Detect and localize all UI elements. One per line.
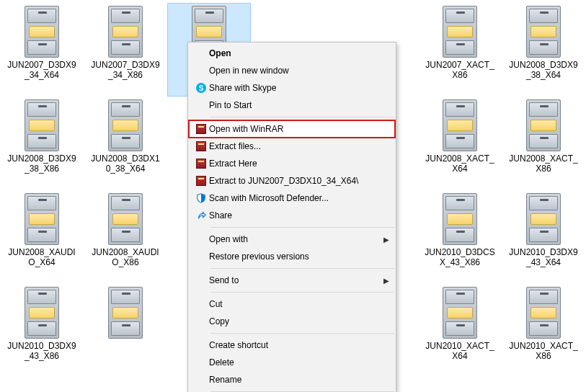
cabinet-icon — [22, 287, 62, 339]
menu-label: Send to — [209, 275, 383, 285]
context-menu: Open Open in new window S Share with Sky… — [187, 42, 396, 392]
menu-copy[interactable]: Copy — [189, 313, 395, 330]
cabinet-icon — [22, 6, 62, 58]
file-item[interactable]: JUN2007_XACT_X86 — [418, 3, 502, 97]
file-label: JUN2010_D3DCSX_43_X86 — [424, 248, 496, 268]
menu-label: Share with Skype — [209, 83, 389, 93]
submenu-arrow-icon: ▶ — [383, 236, 389, 244]
file-item[interactable]: JUN2008_D3DX9_38_X64 — [502, 3, 585, 97]
menu-label: Pin to Start — [209, 100, 389, 110]
winrar-icon — [193, 176, 209, 186]
file-label: JUN2007_XACT_X86 — [424, 61, 496, 81]
menu-label: Scan with Microsoft Defender... — [209, 193, 389, 203]
menu-delete[interactable]: Delete — [189, 354, 395, 371]
file-label: JUN2007_D3DX9_34_X64 — [6, 61, 78, 81]
winrar-icon — [193, 141, 209, 151]
winrar-icon — [193, 159, 209, 169]
file-label: JUN2008_XACT_X64 — [424, 154, 496, 174]
menu-open-with[interactable]: Open with ▶ — [189, 231, 395, 248]
cabinet-icon — [523, 287, 564, 339]
file-item[interactable]: JUN2008_XAUDIO_X86 — [84, 190, 167, 284]
menu-separator — [210, 268, 394, 269]
file-label: JUN2008_XAUDIO_X86 — [89, 248, 161, 268]
menu-separator — [210, 117, 394, 117]
cabinet-icon — [523, 193, 564, 245]
file-label: JUN2010_D3DX9_43_X64 — [507, 248, 580, 268]
cabinet-icon — [440, 99, 480, 151]
file-label: JUN2008_XACT_X86 — [507, 154, 580, 174]
cabinet-icon — [105, 193, 146, 245]
cabinet-icon — [105, 99, 146, 151]
menu-label: Delete — [209, 357, 389, 368]
cabinet-icon — [440, 193, 480, 245]
menu-restore-versions[interactable]: Restore previous versions — [189, 248, 395, 265]
winrar-icon — [193, 124, 209, 134]
cabinet-icon — [523, 99, 564, 151]
menu-share-skype[interactable]: S Share with Skype — [189, 79, 395, 97]
menu-extract-files[interactable]: Extract files... — [189, 138, 395, 155]
cabinet-icon — [105, 6, 146, 58]
menu-extract-to[interactable]: Extract to JUN2007_D3DX10_34_X64\ — [189, 172, 395, 190]
menu-label: Cut — [209, 299, 389, 309]
file-item[interactable]: JUN2008_XACT_X86 — [502, 97, 585, 190]
file-item[interactable]: JUN2008_XACT_X64 — [418, 97, 502, 190]
cabinet-icon — [22, 99, 62, 151]
menu-separator — [210, 227, 394, 228]
submenu-arrow-icon: ▶ — [383, 277, 389, 285]
file-label: JUN2008_D3DX9_38_X64 — [507, 61, 580, 81]
file-item[interactable] — [84, 284, 167, 378]
menu-separator — [210, 292, 394, 293]
file-item[interactable]: JUN2010_D3DX9_43_X64 — [502, 190, 585, 284]
file-item[interactable]: JUN2008_D3DX10_38_X64 — [84, 97, 167, 190]
menu-label: Extract Here — [209, 159, 389, 169]
menu-create-shortcut[interactable]: Create shortcut — [189, 337, 395, 354]
menu-open-new-window[interactable]: Open in new window — [189, 62, 395, 79]
menu-label: Extract files... — [209, 141, 389, 151]
file-label: JUN2008_D3DX9_38_X86 — [6, 154, 78, 174]
menu-cut[interactable]: Cut — [189, 295, 395, 313]
defender-icon — [193, 193, 209, 203]
skype-icon: S — [193, 83, 209, 93]
file-label: JUN2008_D3DX10_38_X64 — [89, 154, 161, 174]
file-item[interactable]: JUN2010_XACT_X86 — [502, 284, 585, 378]
file-item[interactable]: JUN2007_D3DX9_34_X64 — [0, 3, 84, 97]
file-label: JUN2010_D3DX9_43_X86 — [6, 342, 78, 362]
menu-label: Open — [209, 48, 389, 58]
file-item[interactable]: JUN2008_D3DX9_38_X86 — [0, 97, 84, 190]
file-item[interactable]: JUN2010_D3DX9_43_X86 — [0, 284, 84, 378]
cabinet-icon — [440, 287, 480, 339]
share-icon — [193, 210, 209, 220]
menu-label: Open with WinRAR — [209, 124, 389, 134]
file-item[interactable]: JUN2010_D3DCSX_43_X86 — [418, 190, 502, 284]
menu-send-to[interactable]: Send to ▶ — [189, 272, 395, 289]
menu-label: Share — [209, 210, 389, 220]
menu-label: Rename — [209, 375, 389, 385]
file-label: JUN2007_D3DX9_34_X86 — [89, 61, 161, 81]
menu-extract-here[interactable]: Extract Here — [189, 155, 395, 172]
menu-defender-scan[interactable]: Scan with Microsoft Defender... — [189, 190, 395, 207]
file-label: JUN2008_XAUDIO_X64 — [6, 248, 78, 268]
file-label: JUN2010_XACT_X86 — [507, 342, 580, 362]
menu-label: Copy — [209, 316, 389, 326]
cabinet-icon — [22, 193, 62, 245]
menu-label: Restore previous versions — [209, 251, 389, 262]
menu-label: Create shortcut — [209, 340, 389, 350]
menu-rename[interactable]: Rename — [189, 371, 395, 388]
menu-label: Open with — [209, 234, 383, 244]
menu-share[interactable]: Share — [189, 207, 395, 224]
menu-label: Open in new window — [209, 66, 389, 76]
menu-open[interactable]: Open — [189, 45, 395, 62]
cabinet-icon — [105, 287, 146, 339]
file-item[interactable]: JUN2007_D3DX9_34_X86 — [84, 3, 167, 97]
menu-open-winrar[interactable]: Open with WinRAR — [189, 120, 395, 138]
file-item[interactable]: JUN2010_XACT_X64 — [418, 284, 502, 378]
menu-separator — [210, 333, 394, 334]
cabinet-icon — [440, 6, 480, 58]
menu-pin-start[interactable]: Pin to Start — [189, 97, 395, 114]
file-label: JUN2010_XACT_X64 — [424, 342, 496, 362]
cabinet-icon — [523, 6, 564, 58]
menu-label: Extract to JUN2007_D3DX10_34_X64\ — [209, 176, 389, 186]
file-item[interactable]: JUN2008_XAUDIO_X64 — [0, 190, 84, 284]
